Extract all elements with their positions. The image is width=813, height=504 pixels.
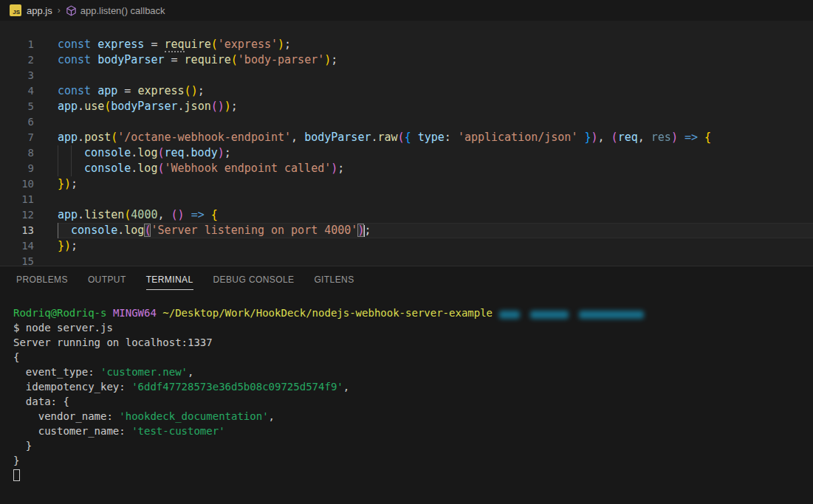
token: . <box>131 146 137 159</box>
code-line[interactable]: 6 <box>0 114 813 130</box>
token <box>678 131 685 144</box>
panel-tab-debug-console[interactable]: DEBUG CONSOLE <box>213 275 295 285</box>
token: = <box>144 38 164 51</box>
token: ) <box>224 100 231 113</box>
terminal-token: $ node server.js <box>13 322 113 334</box>
line-number[interactable]: 5 <box>0 99 34 114</box>
code-line[interactable]: 9console.log('Webhook endpoint called'); <box>0 161 813 176</box>
breadcrumb-separator: › <box>58 5 61 15</box>
token: 4000 <box>131 208 157 221</box>
token: ; <box>224 146 231 159</box>
token: . <box>178 100 185 113</box>
code-line[interactable]: 15 <box>0 254 813 266</box>
terminal-token: vendor_name: <box>13 410 119 422</box>
token: post <box>84 131 111 144</box>
token: body <box>191 146 218 159</box>
token: => <box>191 208 205 221</box>
code-text <box>58 114 813 130</box>
token: = <box>165 53 185 66</box>
token: log <box>124 224 144 237</box>
breadcrumb: JS app.js › app.listen() callback <box>0 0 813 21</box>
terminal-line: vendor_name: 'hookdeck_documentation', <box>13 409 813 424</box>
token: ; <box>364 224 371 237</box>
token: ( <box>124 208 131 221</box>
token: console <box>71 224 117 237</box>
token: ) <box>178 208 185 221</box>
token: req <box>165 38 185 52</box>
token: log <box>137 146 157 159</box>
line-number[interactable]: 4 <box>0 83 34 99</box>
line-number[interactable]: 3 <box>0 68 34 83</box>
breadcrumb-file[interactable]: app.js <box>27 5 52 16</box>
token: ( <box>211 38 218 51</box>
line-number[interactable]: 8 <box>0 145 34 161</box>
terminal-token: data: { <box>13 396 69 407</box>
token: { <box>704 131 711 144</box>
panel-tab-output[interactable]: OUTPUT <box>88 275 126 285</box>
token <box>185 208 191 221</box>
token: 'express' <box>218 38 278 51</box>
token: ) <box>218 146 224 159</box>
token: ) <box>278 38 284 51</box>
token: log <box>137 162 157 175</box>
code-line[interactable]: 8console.log(req.body); <box>0 145 813 161</box>
code-line[interactable]: 4const app = express(); <box>0 83 813 99</box>
terminal-output[interactable]: Rodriq@Rodriq-s MINGW64 ~/Desktop/Work/H… <box>0 293 813 483</box>
line-number[interactable]: 9 <box>0 161 34 176</box>
token: . <box>185 146 191 159</box>
line-number[interactable]: 6 <box>0 114 34 130</box>
panel-tab-problems[interactable]: PROBLEMS <box>16 275 68 285</box>
line-number[interactable]: 15 <box>0 254 34 266</box>
code-line[interactable]: 10}); <box>0 176 813 192</box>
code-line[interactable]: 13console.log('Server listening on port … <box>0 223 813 238</box>
line-number[interactable]: 14 <box>0 238 34 254</box>
line-number[interactable]: 2 <box>0 52 34 68</box>
token: ; <box>198 84 205 97</box>
breadcrumb-symbol[interactable]: app.listen() callback <box>66 5 165 16</box>
token: ; <box>331 53 337 66</box>
symbol-method-icon <box>66 5 77 16</box>
line-number[interactable]: 10 <box>0 176 34 192</box>
token: ) <box>218 100 224 113</box>
line-number[interactable]: 7 <box>0 130 34 145</box>
terminal-line <box>13 468 813 483</box>
token: ) <box>591 131 598 144</box>
code-line[interactable]: 2const bodyParser = require('body-parser… <box>0 52 813 68</box>
terminal-line: event_type: 'customer.new', <box>13 365 813 379</box>
panel-tab-terminal[interactable]: TERMINAL <box>146 275 193 285</box>
token: 'application/json' <box>458 131 578 144</box>
token: , <box>291 131 304 144</box>
code-line[interactable]: 14}); <box>0 238 813 254</box>
terminal-token: 'test-customer' <box>131 425 224 437</box>
terminal-token: ~/Desktop/Work/HookDeck/nodejs-webhook-s… <box>162 307 493 319</box>
terminal-token: customer_name: <box>13 425 131 437</box>
terminal-token: } <box>13 440 32 452</box>
token: } <box>58 177 64 190</box>
terminal-line: data: { <box>13 394 813 409</box>
code-line[interactable]: 7app.post('/octane-webhook-endpoint', bo… <box>0 130 813 145</box>
code-line[interactable]: 12app.listen(4000, () => { <box>0 207 813 223</box>
token: , <box>598 131 611 144</box>
code-text: app.listen(4000, () => { <box>58 207 813 223</box>
terminal-token: 'hookdeck_documentation' <box>119 410 268 422</box>
code-line[interactable]: 11 <box>0 192 813 207</box>
code-line[interactable]: 3 <box>0 68 813 83</box>
breadcrumb-symbol-label: app.listen() callback <box>80 5 165 16</box>
token: bodyParser <box>304 131 371 144</box>
line-number[interactable]: 13 <box>0 223 34 238</box>
line-number[interactable]: 12 <box>0 207 34 223</box>
code-text: console.log('Server listening on port 40… <box>58 223 813 238</box>
token <box>91 84 97 97</box>
terminal-line: $ node server.js <box>13 320 813 335</box>
code-line[interactable]: 1const express = require('express'); <box>0 37 813 52</box>
indent-guide <box>58 161 71 176</box>
code-text <box>58 192 813 207</box>
editor-code[interactable]: 1const express = require('express');2con… <box>0 21 813 266</box>
panel-tab-gitlens[interactable]: GITLENS <box>314 275 354 285</box>
terminal-line: } <box>13 438 813 453</box>
line-number[interactable]: 11 <box>0 192 34 207</box>
terminal-token: , <box>343 381 349 393</box>
line-number[interactable]: 1 <box>0 37 34 52</box>
code-line[interactable]: 5app.use(bodyParser.json()); <box>0 99 813 114</box>
js-file-icon: JS <box>10 4 21 16</box>
